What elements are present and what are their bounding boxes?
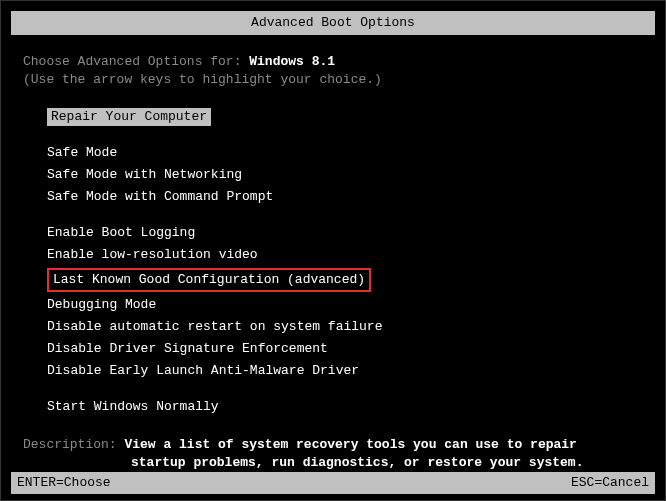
- options-list: Repair Your Computer Safe Mode Safe Mode…: [47, 106, 643, 418]
- option-disable-early-launch-anti-malware[interactable]: Disable Early Launch Anti-Malware Driver: [47, 362, 359, 380]
- option-safe-mode[interactable]: Safe Mode: [47, 144, 117, 162]
- footer-enter-hint: ENTER=Choose: [17, 474, 111, 492]
- option-debugging-mode[interactable]: Debugging Mode: [47, 296, 156, 314]
- option-disable-automatic-restart[interactable]: Disable automatic restart on system fail…: [47, 318, 382, 336]
- option-safe-mode-networking[interactable]: Safe Mode with Networking: [47, 166, 242, 184]
- option-safe-mode-command-prompt[interactable]: Safe Mode with Command Prompt: [47, 188, 273, 206]
- option-start-windows-normally[interactable]: Start Windows Normally: [47, 398, 219, 416]
- content-area: Choose Advanced Options for: Windows 8.1…: [1, 35, 665, 472]
- option-repair-your-computer[interactable]: Repair Your Computer: [47, 108, 211, 126]
- page-title: Advanced Boot Options: [251, 15, 415, 30]
- description-label: Description:: [23, 437, 124, 452]
- prompt-line: Choose Advanced Options for: Windows 8.1: [23, 53, 643, 71]
- hint-line: (Use the arrow keys to highlight your ch…: [23, 71, 643, 89]
- option-enable-boot-logging[interactable]: Enable Boot Logging: [47, 224, 195, 242]
- description-text-line1: View a list of system recovery tools you…: [124, 437, 576, 452]
- os-name: Windows 8.1: [249, 54, 335, 69]
- description-block: Description: View a list of system recov…: [23, 436, 643, 472]
- footer-bar: ENTER=Choose ESC=Cancel: [11, 472, 655, 494]
- prompt-prefix: Choose Advanced Options for:: [23, 54, 249, 69]
- description-text-line2: startup problems, run diagnostics, or re…: [131, 454, 643, 472]
- title-bar: Advanced Boot Options: [11, 11, 655, 35]
- footer-esc-hint: ESC=Cancel: [571, 474, 649, 492]
- option-last-known-good-configuration[interactable]: Last Known Good Configuration (advanced): [47, 268, 371, 292]
- option-disable-driver-signature-enforcement[interactable]: Disable Driver Signature Enforcement: [47, 340, 328, 358]
- option-enable-low-resolution-video[interactable]: Enable low-resolution video: [47, 246, 258, 264]
